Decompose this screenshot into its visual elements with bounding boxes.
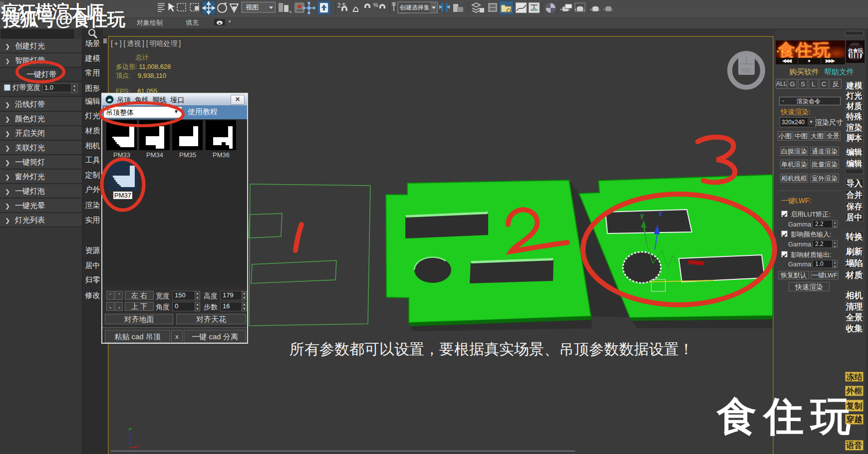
svg-text:%: % <box>373 2 378 8</box>
svg-text:视图: 视图 <box>246 3 259 11</box>
svg-text:创建选择集: 创建选择集 <box>399 4 430 11</box>
